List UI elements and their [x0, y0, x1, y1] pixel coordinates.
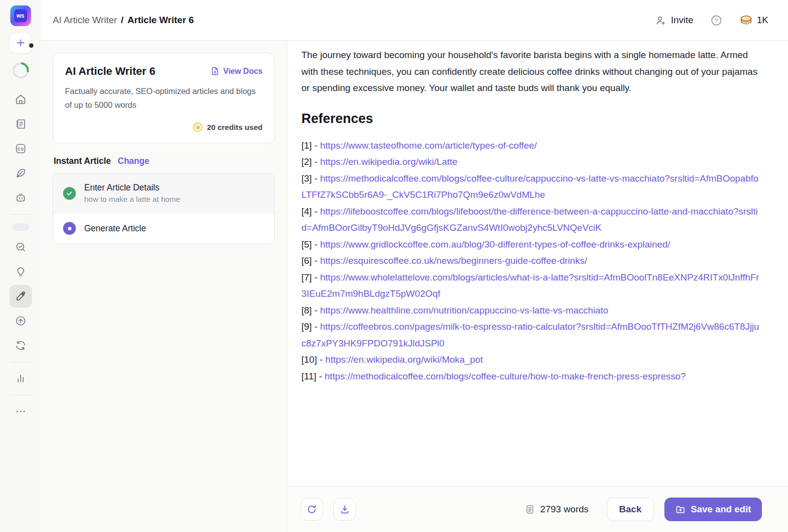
reference-link[interactable]: https://www.healthline.com/nutrition/cap…: [320, 305, 608, 315]
reference-number: [1] -: [301, 140, 320, 151]
coin-icon: [739, 14, 753, 26]
workspace-badge-dot: [29, 43, 33, 48]
step-enter-article-details[interactable]: Enter Article Details how to make a latt…: [53, 174, 274, 213]
writesonic-logo[interactable]: ws: [10, 5, 31, 26]
change-link[interactable]: Change: [118, 156, 149, 166]
credits-balance[interactable]: 1K: [739, 14, 768, 26]
view-docs-link[interactable]: View Docs: [210, 66, 263, 76]
analytics-icon[interactable]: [9, 367, 32, 390]
reference-link[interactable]: https://methodicalcoffee.com/blogs/coffe…: [301, 173, 758, 200]
seo-checker-icon[interactable]: [9, 236, 32, 258]
article-main: The journey toward becoming your househo…: [287, 41, 788, 532]
invite-button[interactable]: Invite: [655, 15, 693, 26]
more-options-icon[interactable]: [9, 400, 32, 423]
home-icon[interactable]: [9, 88, 32, 111]
svg-text:?: ?: [715, 17, 718, 23]
plus-icon: [15, 37, 26, 48]
step-current-radio-icon: [63, 222, 76, 235]
folder-plus-icon: [675, 504, 686, 515]
credit-coin-icon: [193, 123, 202, 132]
reference-number: [6] -: [301, 255, 320, 266]
reference-link[interactable]: https://esquirescoffee.co.uk/news/beginn…: [320, 255, 587, 266]
credits-balance-label: 1K: [757, 15, 768, 26]
writesonic-logo-mark: ws: [14, 9, 27, 22]
tool-description: Factually accurate, SEO-optimized articl…: [65, 84, 262, 112]
reference-number: [8] -: [301, 305, 320, 315]
tool-title: AI Article Writer 6: [65, 65, 155, 78]
references-heading: References: [301, 111, 761, 126]
svg-text:CS: CS: [18, 147, 24, 152]
reference-link[interactable]: https://coffeebros.com/pages/milk-to-esp…: [301, 321, 759, 348]
reference-number: [10] -: [301, 354, 326, 365]
reference-item: [6] - https://esquirescoffee.co.uk/news/…: [301, 252, 761, 269]
reference-item: [3] - https://methodicalcoffee.com/blogs…: [301, 170, 761, 203]
reference-item: [1] - https://www.tasteofhome.com/articl…: [301, 137, 761, 154]
step-label: Enter Article Details: [84, 183, 180, 193]
chatsonic-icon[interactable]: CS: [9, 137, 32, 160]
publish-icon[interactable]: [9, 310, 32, 332]
reference-item: [7] - https://www.wholelattelove.com/blo…: [301, 269, 761, 302]
feather-icon[interactable]: [9, 162, 32, 185]
invite-label: Invite: [671, 15, 693, 26]
reference-link[interactable]: https://www.wholelattelove.com/blogs/art…: [301, 272, 759, 299]
article-body[interactable]: The journey toward becoming your househo…: [287, 41, 788, 486]
breadcrumb: AI Article Writer / Article Writer 6: [53, 15, 194, 26]
botsonic-icon[interactable]: [9, 187, 32, 209]
step-sublabel: how to make a latte at home: [84, 195, 180, 204]
reference-item: [2] - https://en.wikipedia.org/wiki/Latt…: [301, 154, 761, 170]
reference-link[interactable]: https://www.tasteofhome.com/article/type…: [320, 140, 537, 151]
new-document-button[interactable]: [9, 32, 32, 54]
save-and-edit-button[interactable]: Save and edit: [664, 498, 762, 521]
help-button[interactable]: ?: [710, 14, 722, 27]
reference-number: [9] -: [301, 321, 320, 332]
references-list: [1] - https://www.tasteofhome.com/articl…: [301, 137, 761, 385]
help-icon: ?: [710, 14, 722, 27]
rail-divider: [10, 214, 32, 215]
step-generate-article[interactable]: Generate Article: [53, 213, 274, 244]
word-count-doc-icon: [525, 504, 535, 515]
reference-item: [4] - https://lifeboostcoffee.com/blogs/…: [301, 203, 761, 236]
ideas-lightbulb-icon[interactable]: [9, 260, 32, 283]
top-bar: AI Article Writer / Article Writer 6 Inv…: [41, 0, 788, 41]
steps-list: Enter Article Details how to make a latt…: [53, 173, 275, 244]
credits-used-label: 20 credits used: [207, 123, 263, 132]
reference-link[interactable]: https://en.wikipedia.org/wiki/Moka_pot: [326, 354, 483, 365]
reference-number: [7] -: [301, 272, 320, 282]
back-button[interactable]: Back: [607, 498, 654, 521]
word-count-label: 2793 words: [540, 504, 589, 515]
reference-link[interactable]: https://www.gridlockcoffee.com.au/blog/3…: [320, 239, 670, 250]
notebook-icon[interactable]: [9, 113, 32, 135]
reference-link[interactable]: https://methodicalcoffee.com/blogs/coffe…: [325, 371, 686, 381]
credits-used: 20 credits used: [65, 123, 263, 132]
reference-number: [2] -: [301, 156, 320, 167]
reference-item: [8] - https://www.healthline.com/nutriti…: [301, 302, 761, 319]
regenerate-button[interactable]: [300, 498, 323, 521]
section-title: Instant Article: [54, 156, 111, 166]
breadcrumb-parent[interactable]: AI Article Writer: [53, 15, 117, 26]
reference-number: [5] -: [301, 239, 320, 250]
tool-card: AI Article Writer 6 View Docs Factually …: [53, 53, 275, 143]
reference-item: [5] - https://www.gridlockcoffee.com.au/…: [301, 236, 761, 253]
step-complete-check-icon: [63, 187, 76, 200]
reference-number: [4] -: [301, 206, 320, 217]
reference-item: [10] - https://en.wikipedia.org/wiki/Mok…: [301, 351, 761, 368]
sync-icon[interactable]: [9, 334, 32, 357]
rail-placeholder-pill: [12, 223, 29, 231]
breadcrumb-current: Article Writer 6: [128, 15, 194, 26]
writer-pencil-icon[interactable]: [9, 285, 32, 308]
download-button[interactable]: [333, 498, 356, 521]
invite-person-plus-icon: [655, 15, 666, 26]
reference-number: [11] -: [301, 371, 325, 381]
document-icon: [210, 66, 220, 76]
tool-panel: AI Article Writer 6 View Docs Factually …: [41, 41, 287, 532]
word-count: 2793 words: [525, 504, 589, 515]
usage-progress-ring[interactable]: [11, 61, 31, 82]
reference-item: [9] - https://coffeebros.com/pages/milk-…: [301, 318, 761, 351]
reference-link[interactable]: https://lifeboostcoffee.com/blogs/lifebo…: [301, 206, 758, 233]
reference-item: [11] - https://methodicalcoffee.com/blog…: [301, 368, 761, 385]
save-and-edit-label: Save and edit: [691, 504, 752, 515]
breadcrumb-separator: /: [121, 15, 124, 26]
reference-link[interactable]: https://en.wikipedia.org/wiki/Latte: [320, 156, 458, 167]
view-docs-label: View Docs: [223, 67, 263, 76]
download-icon: [339, 504, 350, 515]
